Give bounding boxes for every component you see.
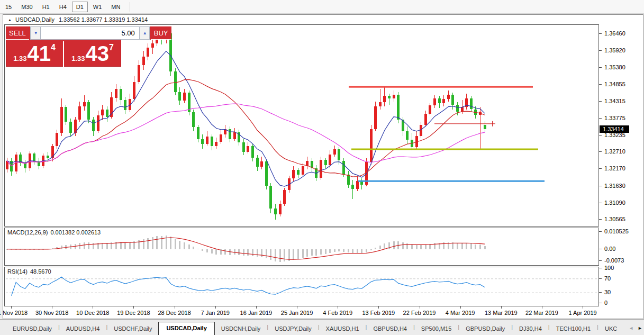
rsi-panel[interactable]: RSI(14)48.5670 bbox=[4, 267, 599, 306]
date-axis-tick bbox=[175, 306, 175, 309]
chart-tab-eurusd[interactable]: EURUSD,Daily bbox=[6, 323, 58, 335]
price-axis-label: 1.36460 bbox=[599, 30, 641, 37]
date-axis-tick bbox=[215, 306, 216, 309]
rsi-axis-label: 100 bbox=[599, 265, 641, 271]
date-axis-tick bbox=[460, 306, 461, 309]
chart-window: ▲ USDCAD,Daily 1.33562 1.33677 1.33319 1… bbox=[3, 14, 643, 319]
chart-tab-sp500[interactable]: SP500,M15 bbox=[415, 323, 458, 335]
macd-values: 0.001382 0.002613 bbox=[50, 229, 101, 236]
rsi-axis-label: 70 bbox=[599, 275, 641, 282]
macd-label: MACD(12,26,9)0.001382 0.002613 bbox=[7, 229, 103, 236]
price-axis-label: 1.32710 bbox=[599, 148, 641, 155]
rsi-canvas[interactable] bbox=[5, 267, 598, 306]
date-axis-tick bbox=[133, 306, 134, 309]
volume-input[interactable] bbox=[41, 26, 139, 40]
timeframe-button-d1[interactable]: D1 bbox=[72, 2, 88, 12]
chart-tab-bar: EURUSD,Daily|AUDUSD,H4|USDCHF,DailyUSDCA… bbox=[0, 319, 644, 335]
chart-tab-ukc[interactable]: UKC bbox=[598, 323, 623, 335]
buy-price-big: 43 bbox=[85, 41, 109, 67]
chart-tab-gbpusd[interactable]: GBPUSD,Daily bbox=[459, 323, 511, 335]
chart-tab-gbpusd[interactable]: GBPUSD,H4 bbox=[367, 323, 413, 335]
sell-price-pip: 4 bbox=[51, 43, 56, 67]
date-axis-tick bbox=[11, 306, 12, 309]
sell-button[interactable]: SELL bbox=[6, 26, 29, 40]
timeframe-button-h1[interactable]: H1 bbox=[38, 2, 54, 12]
price-axis-label: 1.34315 bbox=[599, 98, 641, 105]
date-axis-tick bbox=[378, 306, 379, 309]
support-line-olive[interactable] bbox=[351, 149, 538, 150]
rsi-name: RSI(14) bbox=[7, 268, 28, 275]
chart-ohlc-values: 1.33562 1.33677 1.33319 1.33414 bbox=[59, 16, 148, 23]
price-axis-label: 1.31630 bbox=[599, 183, 641, 189]
rsi-axis-label: 0 bbox=[599, 300, 641, 306]
price-axis-label: 1.33775 bbox=[599, 115, 641, 122]
chart-tab-usdcad[interactable]: USDCAD,Daily bbox=[158, 322, 214, 335]
sell-price-prefix: 1.33 bbox=[13, 55, 26, 67]
macd-axis-label: 0.00 bbox=[599, 246, 641, 252]
chart-tab-xauusd[interactable]: XAUUSD,H1 bbox=[320, 323, 366, 335]
buy-price[interactable]: 1.33 43 7 bbox=[63, 41, 121, 67]
price-axis-label: 1.30565 bbox=[599, 216, 641, 223]
tab-scroll-arrows: ◄ ► bbox=[629, 325, 642, 331]
volume-stepper: ▼ ▲ bbox=[29, 26, 151, 40]
toolbar-separator bbox=[130, 2, 130, 12]
volume-down-button[interactable]: ▼ bbox=[30, 26, 41, 40]
date-axis-tick bbox=[338, 306, 338, 309]
date-axis-label: 1 Apr 2019 bbox=[559, 310, 606, 316]
date-axis-tick bbox=[501, 306, 502, 309]
chart-tab-usdcnh[interactable]: USDCNH,Daily bbox=[215, 323, 267, 335]
date-axis[interactable]: 21 Nov 201830 Nov 201810 Dec 201819 Dec … bbox=[4, 306, 599, 319]
macd-axis-label: 0.010525 bbox=[599, 228, 641, 235]
macd-signal-line bbox=[7, 238, 485, 259]
support-line-blue[interactable] bbox=[358, 180, 545, 182]
price-axis-label: 1.35380 bbox=[599, 64, 641, 71]
macd-axis-label: -0.0073 bbox=[599, 257, 641, 264]
date-axis-tick bbox=[256, 306, 257, 309]
date-axis-tick bbox=[297, 306, 297, 309]
date-axis-tick bbox=[420, 306, 420, 309]
price-axis-label: 1.32170 bbox=[599, 165, 641, 172]
volume-up-button[interactable]: ▲ bbox=[139, 26, 150, 40]
tab-scroll-left-icon[interactable]: ◄ bbox=[629, 325, 633, 331]
sell-price-big: 41 bbox=[27, 41, 51, 67]
chart-tab-dj30[interactable]: DJ30,H4 bbox=[513, 323, 548, 335]
timeframe-button-mn[interactable]: MN bbox=[107, 2, 124, 12]
chart-tab-tech100[interactable]: TECH100,H1 bbox=[550, 323, 597, 335]
trade-buttons-row: SELL ▼ ▲ BUY bbox=[6, 26, 121, 40]
chart-tab-usdchf[interactable]: USDCHF,Daily bbox=[107, 323, 158, 335]
macd-histogram bbox=[6, 236, 486, 262]
price-axis[interactable]: 1.33414 1.364601.359201.353801.348551.34… bbox=[599, 15, 643, 319]
timeframe-button-w1[interactable]: W1 bbox=[89, 2, 106, 12]
buy-price-pip: 7 bbox=[109, 43, 114, 67]
tab-scroll-right-icon[interactable]: ► bbox=[638, 325, 642, 331]
buy-button[interactable]: BUY bbox=[151, 26, 171, 40]
trade-price-display: 1.33 41 4 1.33 43 7 bbox=[6, 41, 121, 67]
resistance-line[interactable] bbox=[349, 86, 533, 88]
date-axis-tick bbox=[93, 306, 93, 309]
timeframe-button-m30[interactable]: M30 bbox=[17, 2, 37, 12]
price-marker-line[interactable] bbox=[434, 123, 495, 124]
macd-panel[interactable]: MACD(12,26,9)0.001382 0.002613 bbox=[4, 228, 599, 266]
chart-tab-audusd[interactable]: AUDUSD,H4 bbox=[60, 323, 106, 335]
date-axis-tick bbox=[542, 306, 542, 309]
price-marker-line-end-tick bbox=[492, 121, 493, 126]
timeframe-button-15[interactable]: 15 bbox=[1, 2, 16, 12]
price-axis-label: 1.35920 bbox=[599, 47, 641, 54]
date-axis-tick bbox=[583, 306, 583, 309]
macd-name: MACD(12,26,9) bbox=[7, 229, 48, 236]
price-axis-label: 1.34855 bbox=[599, 81, 641, 88]
rsi-value: 48.5670 bbox=[30, 268, 51, 275]
buy-price-prefix: 1.33 bbox=[71, 55, 85, 67]
rsi-axis-label: 30 bbox=[599, 289, 641, 296]
collapse-trade-panel-icon[interactable]: ▲ bbox=[8, 18, 12, 22]
price-axis-label: 1.33235 bbox=[599, 132, 641, 139]
date-axis-tick bbox=[52, 306, 52, 309]
rsi-label: RSI(14)48.5670 bbox=[7, 268, 54, 275]
sell-price[interactable]: 1.33 41 4 bbox=[6, 41, 63, 67]
one-click-trade-panel: SELL ▼ ▲ BUY 1.33 41 4 1.33 43 7 bbox=[6, 26, 121, 67]
chart-symbol-title: USDCAD,Daily bbox=[15, 16, 55, 23]
timeframe-button-h4[interactable]: H4 bbox=[55, 2, 71, 12]
chart-tab-usdjpy[interactable]: USDJPY,Daily bbox=[268, 323, 318, 335]
timeframe-toolbar: 15M30H1H4D1W1MN bbox=[0, 0, 644, 14]
price-axis-label: 1.31090 bbox=[599, 200, 641, 206]
